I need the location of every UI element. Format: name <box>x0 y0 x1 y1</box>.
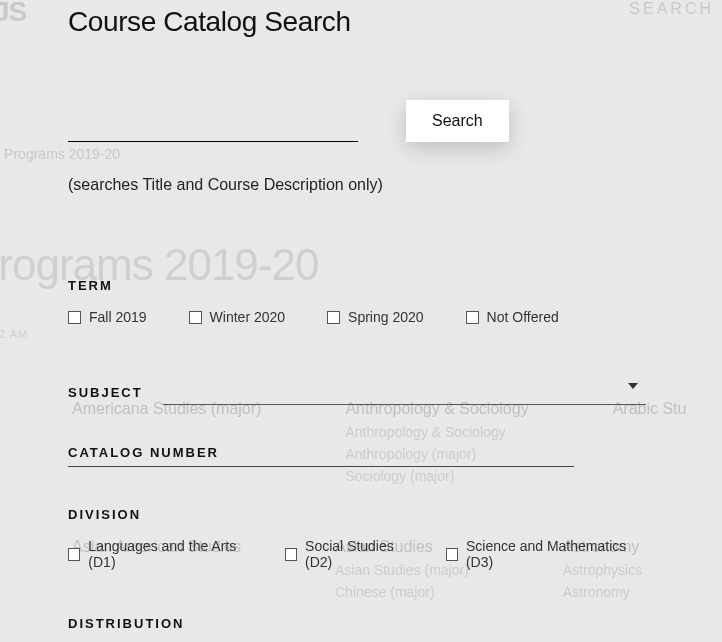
checkbox-icon <box>446 548 458 561</box>
division-option-d2[interactable]: Social Studies (D2) <box>285 538 418 570</box>
page-title: Course Catalog Search <box>68 6 646 38</box>
term-option-not-offered[interactable]: Not Offered <box>466 309 559 325</box>
distribution-label: DISTRIBUTION <box>68 616 646 631</box>
division-option-d3[interactable]: Science and Mathematics (D3) <box>446 538 646 570</box>
chevron-down-icon <box>628 383 638 389</box>
division-options: Languages and the Arts (D1) Social Studi… <box>68 538 646 570</box>
division-label: DIVISION <box>68 507 646 522</box>
subject-label: SUBJECT <box>68 385 143 400</box>
term-option-winter-2020[interactable]: Winter 2020 <box>189 309 285 325</box>
division-option-d1[interactable]: Languages and the Arts (D1) <box>68 538 257 570</box>
term-label: TERM <box>68 278 646 293</box>
search-hint: (searches Title and Course Description o… <box>68 176 646 194</box>
search-button[interactable]: Search <box>406 100 509 142</box>
checkbox-icon <box>327 311 340 324</box>
subject-select[interactable] <box>163 379 646 405</box>
term-option-spring-2020[interactable]: Spring 2020 <box>327 309 424 325</box>
checkbox-icon <box>189 311 202 324</box>
catalog-number-label: CATALOG NUMBER <box>68 445 574 460</box>
search-input[interactable] <box>68 115 358 142</box>
term-option-fall-2019[interactable]: Fall 2019 <box>68 309 147 325</box>
search-row: Search <box>68 100 646 142</box>
search-overlay: Course Catalog Search Search (searches T… <box>0 0 722 642</box>
checkbox-icon <box>285 548 297 561</box>
checkbox-icon <box>68 311 81 324</box>
checkbox-icon <box>466 311 479 324</box>
checkbox-icon <box>68 548 80 561</box>
term-options: Fall 2019 Winter 2020 Spring 2020 Not Of… <box>68 309 646 325</box>
